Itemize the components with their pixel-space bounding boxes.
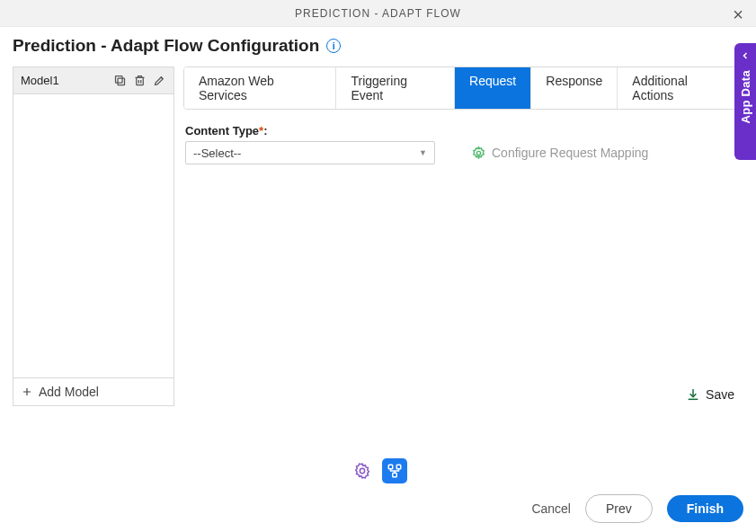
configure-mapping-label: Configure Request Mapping [492,146,648,160]
header: Prediction - Adapt Flow Configuration i [0,27,756,66]
content-type-select[interactable]: --Select-- ▼ [185,141,435,164]
request-content: Content Type*: --Select-- ▼ Configure Re… [183,110,743,383]
app-data-label: App Data [739,70,752,123]
content-type-label: Content Type*: [185,124,743,137]
gear-icon [353,462,371,480]
required-indicator: * [259,124,263,137]
finish-button[interactable]: Finish [667,495,743,522]
add-model-button[interactable]: Add Model [13,377,173,405]
copy-icon[interactable] [112,74,127,88]
tab-response[interactable]: Response [531,67,618,109]
select-value: --Select-- [193,146,241,160]
tab-request[interactable]: Request [455,67,531,109]
app-data-drawer-toggle[interactable]: App Data [734,43,756,160]
svg-point-3 [476,151,480,155]
model-row[interactable]: Model1 [13,67,173,94]
delete-icon[interactable] [132,74,147,88]
dialog-title: PREDICTION - ADAPT FLOW [295,7,461,20]
add-model-label: Add Model [39,385,99,399]
svg-rect-2 [136,77,143,84]
footer-buttons: Cancel Prev Finish [531,494,743,523]
svg-rect-0 [118,78,125,85]
page-title: Prediction - Adapt Flow Configuration [13,36,319,56]
tab-aws[interactable]: Amazon Web Services [184,67,336,109]
save-label: Save [706,387,734,402]
chevron-left-icon [740,50,751,61]
svg-rect-1 [115,76,122,84]
titlebar: PREDICTION - ADAPT FLOW × [0,0,756,27]
svg-rect-7 [392,473,396,477]
svg-rect-5 [388,465,393,469]
flow-icon-button[interactable] [382,458,407,483]
settings-icon-button[interactable] [350,458,375,483]
close-icon[interactable]: × [727,2,749,27]
svg-rect-6 [396,465,401,469]
main-panel: Amazon Web Services Triggering Event Req… [183,66,743,406]
svg-point-4 [360,468,364,473]
edit-icon[interactable] [152,74,166,88]
download-icon [686,387,700,402]
info-icon[interactable]: i [326,39,341,53]
gear-icon [471,146,486,161]
plus-icon [21,386,33,398]
configure-request-mapping[interactable]: Configure Request Mapping [471,146,648,161]
tab-additional-actions[interactable]: Additional Actions [618,67,743,109]
flow-icon [387,463,403,479]
bottom-toolbar [0,458,756,483]
save-button[interactable]: Save [686,387,734,402]
model-name: Model1 [21,74,112,87]
tabs: Amazon Web Services Triggering Event Req… [183,66,743,110]
chevron-down-icon: ▼ [419,148,427,157]
cancel-button[interactable]: Cancel [531,501,571,516]
tab-triggering-event[interactable]: Triggering Event [336,67,455,109]
prev-button[interactable]: Prev [585,494,653,523]
model-sidebar: Model1 Add Model [13,66,174,406]
